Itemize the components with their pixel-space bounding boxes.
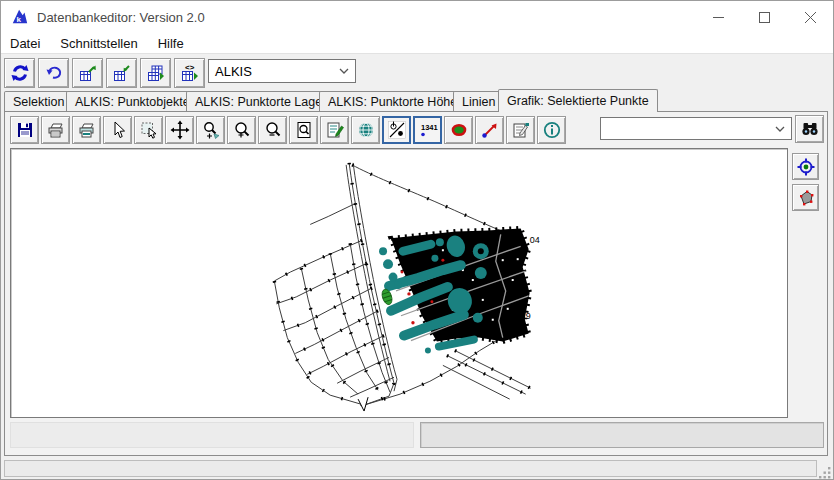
globe-button[interactable] (351, 116, 380, 144)
status-bar (1, 456, 833, 480)
profile-combo-value: ALKIS (215, 64, 252, 79)
pan-icon (170, 120, 190, 140)
graphics-tab-page: 1341 (4, 111, 828, 456)
print-plot-button[interactable] (72, 116, 101, 144)
info-icon (542, 120, 562, 140)
tab-grafik-selektierte-punkte[interactable]: Grafik: Selektierte Punkte (498, 89, 658, 112)
minimize-icon[interactable] (695, 1, 741, 33)
zoom-region-icon (201, 120, 221, 140)
point-labels-button[interactable]: 1341 (413, 116, 442, 144)
save-button[interactable] (10, 116, 39, 144)
map-drawing: 04 9 (11, 149, 787, 417)
app-icon: k (11, 8, 29, 26)
table-export-icon (78, 63, 98, 83)
tables-transfer-button[interactable] (140, 58, 171, 88)
tab-alkis-punktobjekte[interactable]: ALKIS: Punktobjekte (66, 91, 199, 111)
zoom-fit-button[interactable] (289, 116, 318, 144)
menu-bar: Datei Schnittstellen Hilfe (1, 33, 833, 53)
resize-grip[interactable] (819, 467, 831, 479)
table-import-icon (112, 63, 132, 83)
partial-label-top: 04 (530, 235, 540, 245)
tab-linien[interactable]: Linien (453, 91, 504, 111)
pan-button[interactable] (165, 116, 194, 144)
tab-selektion[interactable]: Selektion (4, 91, 73, 111)
chevron-down-icon (339, 68, 349, 74)
vector-icon (480, 120, 500, 140)
sheet-edit-icon (511, 120, 531, 140)
form-edit-icon (325, 120, 345, 140)
print-icon (46, 120, 66, 140)
chevron-down-icon (775, 126, 785, 132)
zoom-out-button[interactable] (258, 116, 287, 144)
ellipse-button[interactable] (444, 116, 473, 144)
status-panel-right (420, 422, 824, 448)
menu-hilfe[interactable]: Hilfe (148, 34, 194, 53)
table-xml-button[interactable]: <> (174, 58, 205, 88)
zoom-in-button[interactable] (227, 116, 256, 144)
svg-text:k: k (16, 15, 21, 24)
zoom-fit-icon (294, 120, 314, 140)
refresh-button[interactable] (4, 58, 35, 88)
zoom-in-icon (232, 120, 252, 140)
point-labels-text: 1341 (421, 123, 438, 132)
search-combo[interactable] (600, 117, 792, 140)
point-display-button[interactable] (382, 116, 411, 144)
menu-datei[interactable]: Datei (1, 34, 50, 53)
status-panel-left (10, 422, 414, 448)
select-region-icon (139, 120, 159, 140)
title-bar: k Datenbankeditor: Version 2.0 (1, 1, 833, 33)
undo-button[interactable] (38, 58, 69, 88)
info-button[interactable] (537, 116, 566, 144)
find-button[interactable] (795, 115, 824, 143)
ellipse-icon (449, 120, 469, 140)
select-region-button[interactable] (134, 116, 163, 144)
print-plot-icon (77, 120, 97, 140)
print-button[interactable] (41, 116, 70, 144)
svg-text:<>: <> (185, 63, 195, 72)
close-icon[interactable] (787, 1, 833, 33)
zoom-out-icon (263, 120, 283, 140)
highlight-ellipse (380, 288, 393, 306)
refresh-icon (10, 63, 30, 83)
save-icon (15, 120, 35, 140)
center-view-icon (796, 157, 816, 177)
main-toolbar: <> ALKIS (1, 53, 833, 89)
menu-schnittstellen[interactable]: Schnittstellen (50, 34, 147, 53)
tab-alkis-punktorte-lage[interactable]: ALKIS: Punktorte Lage (186, 91, 331, 111)
maximize-icon[interactable] (741, 1, 787, 33)
polygon-select-button[interactable] (792, 184, 819, 211)
vector-button[interactable] (475, 116, 504, 144)
tab-alkis-punktorte-hoehe[interactable]: ALKIS: Punktorte Höhe (319, 91, 466, 111)
undo-icon (44, 63, 64, 83)
point-display-icon (387, 120, 407, 140)
status-message-field (4, 460, 817, 477)
center-view-button[interactable] (792, 153, 819, 180)
cursor-button[interactable] (103, 116, 132, 144)
table-export-button[interactable] (72, 58, 103, 88)
tab-strip: Selektion ALKIS: Punktobjekte ALKIS: Pun… (1, 89, 833, 111)
globe-icon (356, 120, 376, 140)
form-edit-button[interactable] (320, 116, 349, 144)
table-xml-icon: <> (180, 63, 200, 83)
partial-label-mid: 9 (526, 311, 531, 321)
window-title: Datenbankeditor: Version 2.0 (37, 10, 205, 25)
map-canvas[interactable]: 04 9 (10, 148, 788, 418)
polygon-select-icon (796, 188, 816, 208)
sheet-edit-button[interactable] (506, 116, 535, 144)
table-import-button[interactable] (106, 58, 137, 88)
zoom-region-button[interactable] (196, 116, 225, 144)
cursor-icon (108, 120, 128, 140)
tables-transfer-icon (146, 63, 166, 83)
point-labels-icon: 1341 (418, 120, 438, 140)
app-window: k Datenbankeditor: Version 2.0 Datei Sch… (0, 0, 834, 480)
profile-combo[interactable]: ALKIS (208, 59, 356, 83)
binoculars-icon (800, 119, 820, 139)
